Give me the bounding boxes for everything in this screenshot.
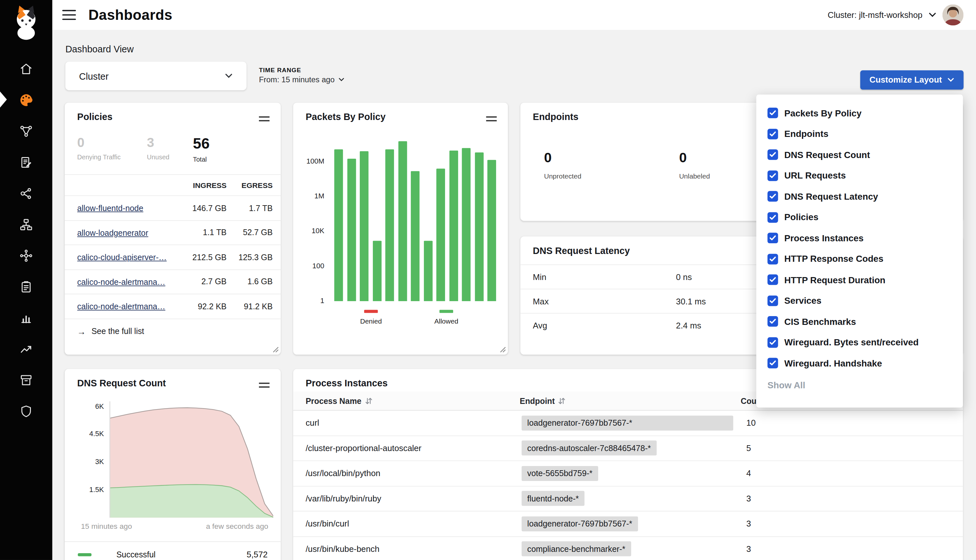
- customize-menu-item[interactable]: Process Instances: [756, 228, 963, 248]
- policy-ingress-value: 2.7 GB: [177, 277, 227, 287]
- egress-column-header[interactable]: EGRESS: [227, 181, 273, 190]
- bar-chart-icon[interactable]: [0, 302, 52, 334]
- customize-menu-item[interactable]: Wireguard. Handshake: [756, 353, 963, 374]
- trend-arrow-icon[interactable]: [0, 334, 52, 365]
- chevron-down-icon: [948, 78, 954, 82]
- drag-handle-icon[interactable]: [259, 114, 270, 121]
- dashboard-view-select[interactable]: Cluster: [65, 62, 247, 90]
- process-count-cell: 3: [741, 494, 963, 503]
- packet-bar: [334, 150, 343, 301]
- customize-menu-item[interactable]: HTTP Response Codes: [756, 248, 963, 269]
- packet-bar: [462, 148, 471, 301]
- y-axis-tick-label: 10K: [293, 226, 324, 236]
- y-axis-tick-label: 100M: [293, 157, 324, 166]
- policy-name-link[interactable]: calico-node-alertmana…: [77, 302, 165, 311]
- checkbox-checked-icon[interactable]: [767, 108, 778, 118]
- policy-ingress-value: 146.7 GB: [177, 203, 227, 213]
- customize-layout-button[interactable]: Customize Layout: [860, 70, 964, 90]
- endpoint-pill[interactable]: coredns-autoscaler-7c88465478-*: [522, 441, 657, 456]
- policy-name-link[interactable]: allow-fluentd-node: [77, 203, 143, 213]
- endpoint-column-header[interactable]: Endpoint: [520, 396, 566, 405]
- customize-menu-item[interactable]: DNS Request Latency: [756, 186, 963, 207]
- drag-handle-icon[interactable]: [259, 380, 270, 388]
- checkbox-checked-icon[interactable]: [767, 191, 778, 202]
- archive-box-icon[interactable]: [0, 365, 52, 396]
- policy-row: calico-node-alertmana…92.2 KB91.2 KB: [65, 294, 281, 318]
- customize-menu-item[interactable]: DNS Request Count: [756, 144, 963, 165]
- home-icon[interactable]: [0, 54, 52, 85]
- calico-cat-logo[interactable]: [11, 5, 42, 41]
- customize-menu-item[interactable]: Policies: [756, 207, 963, 228]
- ingress-column-header[interactable]: INGRESS: [177, 181, 227, 190]
- stat-denying-traffic[interactable]: 0 Denying Traffic: [77, 135, 121, 160]
- legend-item: Allowed: [432, 310, 460, 325]
- stat-unlabeled[interactable]: 0 Unlabeled: [679, 150, 710, 180]
- chevron-down-icon[interactable]: [929, 12, 936, 17]
- user-avatar[interactable]: [943, 4, 964, 25]
- checkbox-checked-icon[interactable]: [767, 358, 778, 369]
- stat-unprotected[interactable]: 0 Unprotected: [544, 150, 581, 180]
- checkbox-checked-icon[interactable]: [767, 254, 778, 264]
- checkbox-checked-icon[interactable]: [767, 316, 778, 327]
- stat-total[interactable]: 56 Total: [193, 135, 210, 163]
- process-name-cell: /cluster-proportional-autoscaler: [293, 443, 520, 453]
- endpoint-pill[interactable]: loadgenerator-7697bb7567-*: [522, 416, 733, 430]
- customize-menu-item[interactable]: URL Requests: [756, 165, 963, 186]
- see-full-list-link[interactable]: → See the full list: [65, 319, 281, 344]
- checkbox-checked-icon[interactable]: [767, 150, 778, 160]
- endpoint-pill[interactable]: loadgenerator-7697bb7567-*: [522, 517, 638, 532]
- resize-handle[interactable]: [273, 347, 279, 353]
- hamburger-menu-icon[interactable]: [62, 10, 76, 20]
- checkbox-checked-icon[interactable]: [767, 295, 778, 306]
- packet-bar: [360, 151, 369, 301]
- checkbox-checked-icon[interactable]: [767, 275, 778, 285]
- time-range-control: TIME RANGE From: 15 minutes ago: [259, 67, 344, 84]
- graph-nodes-icon[interactable]: [0, 116, 52, 147]
- policy-name-link[interactable]: calico-node-alertmana…: [77, 277, 165, 287]
- customize-menu-item[interactable]: Packets By Policy: [756, 103, 963, 123]
- time-range-value[interactable]: From: 15 minutes ago: [259, 75, 344, 84]
- policy-egress-value: 1.6 GB: [227, 277, 273, 287]
- y-axis-tick-label: 1.5K: [65, 485, 104, 494]
- checkbox-checked-icon[interactable]: [767, 170, 778, 181]
- endpoint-pill[interactable]: fluentd-node-*: [522, 491, 584, 506]
- card-title: Policies: [77, 111, 112, 122]
- policy-name-cell: allow-loadgenerator: [77, 227, 177, 238]
- policy-name-link[interactable]: calico-cloud-apiserver-…: [77, 253, 167, 262]
- stat-unused[interactable]: 3 Unused: [147, 135, 170, 160]
- endpoint-pill[interactable]: vote-5655bd759-*: [522, 466, 598, 481]
- sort-icon: [365, 397, 372, 404]
- policy-egress-value: 125.3 GB: [227, 252, 273, 262]
- customize-menu-item[interactable]: CIS Benchmarks: [756, 311, 963, 332]
- sidebar: [0, 0, 52, 560]
- drag-handle-icon[interactable]: [486, 114, 497, 121]
- legend-swatch: [439, 310, 453, 313]
- customize-menu-item[interactable]: HTTP Request Duration: [756, 269, 963, 290]
- shield-icon[interactable]: [0, 396, 52, 427]
- legend-row: Successful5,572: [65, 542, 281, 560]
- checkbox-checked-icon[interactable]: [767, 212, 778, 223]
- customize-menu-item[interactable]: Endpoints: [756, 123, 963, 144]
- top-header: Dashboards Cluster: jlt-msft-workshop: [52, 0, 976, 30]
- molecule-icon[interactable]: [0, 178, 52, 209]
- checkbox-checked-icon[interactable]: [767, 337, 778, 348]
- customize-menu-item-label: Process Instances: [784, 233, 864, 243]
- endpoint-pill[interactable]: compliance-benchmarker-*: [522, 542, 631, 557]
- process-name-column-header[interactable]: Process Name: [305, 396, 372, 405]
- hub-icon[interactable]: [0, 240, 52, 272]
- customize-menu-item-label: CIS Benchmarks: [784, 317, 856, 327]
- customize-menu-item[interactable]: Services: [756, 290, 963, 311]
- org-chart-icon[interactable]: [0, 209, 52, 240]
- checkbox-checked-icon[interactable]: [767, 233, 778, 243]
- show-all-link[interactable]: Show All: [767, 380, 805, 390]
- policy-name-link[interactable]: allow-loadgenerator: [77, 228, 148, 238]
- checkbox-checked-icon[interactable]: [767, 129, 778, 140]
- policy-edit-icon[interactable]: [0, 147, 52, 178]
- customize-menu-item[interactable]: Wireguard. Bytes sent/received: [756, 332, 963, 353]
- policy-egress-value: 91.2 KB: [227, 302, 273, 311]
- palette-icon[interactable]: [0, 85, 52, 116]
- cluster-selector[interactable]: Cluster: jlt-msft-workshop: [828, 10, 922, 20]
- resize-handle[interactable]: [500, 347, 506, 353]
- clipboard-icon[interactable]: [0, 271, 52, 302]
- customize-menu-item-label: Packets By Policy: [784, 108, 862, 118]
